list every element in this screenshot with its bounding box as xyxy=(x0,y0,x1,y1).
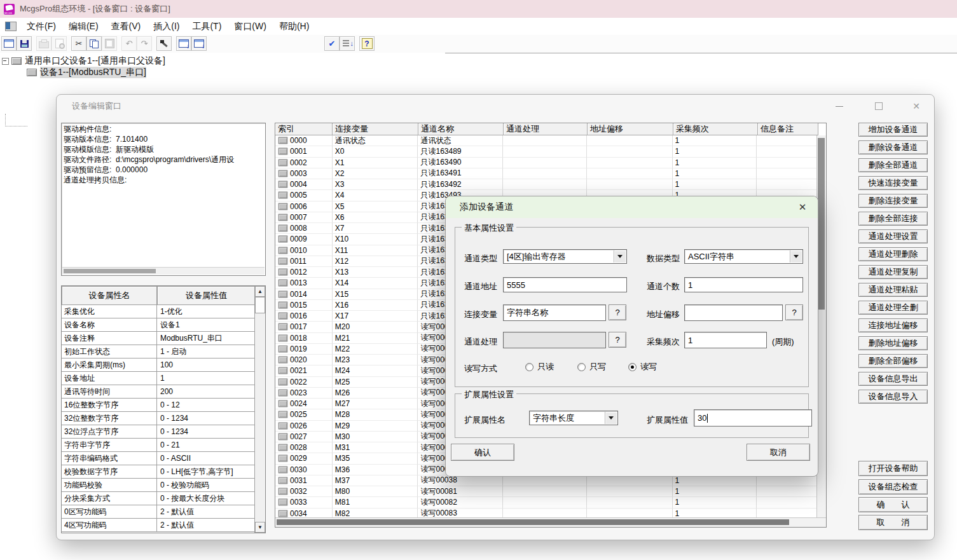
side-button-8[interactable]: 通道处理复制 xyxy=(858,265,928,279)
dialog-cancel-button[interactable]: 取消 xyxy=(747,444,810,461)
scrollbar-thumb[interactable] xyxy=(255,297,265,313)
property-row[interactable]: 0区写功能码2 - 默认值 xyxy=(62,505,256,519)
property-row[interactable]: 设备注释ModbusRTU_串口 xyxy=(62,332,256,345)
side-button-1[interactable]: 删除设备通道 xyxy=(858,140,928,154)
property-value[interactable]: 0 - 1234 xyxy=(157,414,256,423)
channel-column-header[interactable]: 连接变量 xyxy=(333,123,418,135)
radio-selected-icon[interactable] xyxy=(628,363,637,371)
side-button-3[interactable]: 快速连接变量 xyxy=(858,176,928,190)
dialog-ok-button[interactable]: 确认 xyxy=(451,444,514,461)
channel-address-input[interactable]: 5555 xyxy=(503,277,627,292)
property-value[interactable]: 设备1 xyxy=(157,320,256,331)
tree-item-parent-device[interactable]: 通用串口父设备1--[通用串口父设备] xyxy=(2,55,165,67)
side-button-4[interactable]: 删除连接变量 xyxy=(858,194,928,208)
link-variable-input[interactable]: 字符串名称 xyxy=(503,304,606,321)
tree-item-label[interactable]: 设备1--[ModbusRTU_串口] xyxy=(40,67,146,78)
tools-icon[interactable] xyxy=(156,36,172,51)
menu-item-4[interactable]: 工具(T) xyxy=(186,19,228,34)
dialog-close-icon[interactable]: ✕ xyxy=(796,201,809,214)
property-row[interactable]: 采集优化1-优化 xyxy=(62,305,256,318)
side-button-5[interactable]: 删除全部连接 xyxy=(858,212,928,226)
property-row[interactable]: 初始工作状态1 - 启动 xyxy=(62,345,256,359)
property-row[interactable]: 通讯等待时间200 xyxy=(62,385,256,399)
channel-row[interactable]: 0004X3只读1634921 xyxy=(275,179,817,190)
property-value[interactable]: 100 xyxy=(157,360,256,369)
side-button-0[interactable]: 增加设备通道 xyxy=(858,123,928,137)
property-value[interactable]: 0 - 12 xyxy=(157,400,256,409)
menu-item-0[interactable]: 文件(F) xyxy=(20,19,62,34)
data-type-select[interactable]: ASCII字符串 xyxy=(684,249,803,264)
channel-column-header[interactable]: 采集频次 xyxy=(673,123,758,135)
ext-attr-name-select[interactable]: 字符串长度 xyxy=(529,411,618,425)
channel-column-header[interactable]: 通道名称 xyxy=(418,123,504,135)
new-window-icon[interactable] xyxy=(1,36,17,51)
radio-write-only[interactable]: 只写 xyxy=(577,361,606,372)
property-row[interactable]: 功能码校验0 - 校验功能码 xyxy=(62,479,256,492)
channel-row[interactable]: 0032M80读写000811 xyxy=(275,486,817,497)
property-value[interactable]: 2 - 默认值 xyxy=(157,520,256,531)
property-value[interactable]: 0 - 21 xyxy=(157,440,256,449)
ext-attr-value-input[interactable]: 30 xyxy=(694,409,812,427)
child-window-icon[interactable] xyxy=(5,22,17,31)
channel-process-help-button[interactable]: ? xyxy=(609,332,626,348)
link-variable-help-button[interactable]: ? xyxy=(609,304,626,320)
confirm-button[interactable]: 确 认 xyxy=(858,497,928,512)
chevron-down-icon[interactable] xyxy=(614,250,626,263)
channel-row[interactable]: 0033M81读写000821 xyxy=(275,497,817,508)
driver-info-hscrollbar[interactable] xyxy=(62,267,265,275)
property-row[interactable]: 字符串字节序0 - 21 xyxy=(62,439,256,452)
address-offset-input[interactable] xyxy=(684,304,783,321)
scrollbar-thumb[interactable] xyxy=(64,269,156,273)
channel-type-select[interactable]: [4区]输出寄存器 xyxy=(503,249,627,264)
property-row[interactable]: 设备名称设备1 xyxy=(62,318,256,332)
property-row[interactable]: 最小采集周期(ms)100 xyxy=(62,359,256,372)
chevron-down-icon[interactable] xyxy=(790,250,802,263)
property-row[interactable]: 16位整数字节序0 - 12 xyxy=(62,399,256,412)
property-value[interactable]: 0 - 按最大长度分块 xyxy=(157,493,256,504)
property-row[interactable]: 校验数据字节序0 - LH[低字节,高字节] xyxy=(62,465,256,479)
menu-item-1[interactable]: 编辑(E) xyxy=(62,19,105,34)
property-value[interactable]: 200 xyxy=(157,387,256,396)
property-value[interactable]: 2 - 默认值 xyxy=(157,507,256,517)
property-value[interactable]: 0 - 校验功能码 xyxy=(157,480,256,491)
cut-icon[interactable]: ✂ xyxy=(71,36,86,51)
property-value[interactable]: 0 - 1234 xyxy=(157,427,256,436)
property-row[interactable]: 分块采集方式0 - 按最大长度分块 xyxy=(62,492,256,505)
tree-item-device1[interactable]: 设备1--[ModbusRTU_串口] xyxy=(27,67,146,78)
side-button-15[interactable]: 设备信息导入 xyxy=(858,390,928,404)
side-button-6[interactable]: 通道处理设置 xyxy=(858,229,928,243)
sort-list-icon[interactable] xyxy=(340,36,355,51)
property-value[interactable]: 1 - 启动 xyxy=(157,346,256,357)
copy-icon[interactable] xyxy=(86,36,102,51)
radio-icon[interactable] xyxy=(577,363,586,371)
channel-row[interactable]: 0003X2只读1634911 xyxy=(275,168,817,179)
channel-column-header[interactable]: 信息备注 xyxy=(758,123,818,135)
open-device-help-button[interactable]: 打开设备帮助 xyxy=(858,461,928,476)
tree-item-label[interactable]: 通用串口父设备1--[通用串口父设备] xyxy=(25,55,165,67)
side-button-2[interactable]: 删除全部通道 xyxy=(858,158,928,172)
channel-row[interactable]: 0031M37读写000381 xyxy=(275,475,817,486)
side-button-13[interactable]: 删除全部偏移 xyxy=(858,354,928,368)
minimize-button[interactable] xyxy=(830,99,849,114)
side-button-12[interactable]: 删除地址偏移 xyxy=(858,336,928,350)
channel-hscrollbar[interactable] xyxy=(275,517,826,527)
channel-count-input[interactable]: 1 xyxy=(684,277,803,292)
window-import-icon[interactable] xyxy=(176,36,191,51)
scrollbar-thumb[interactable] xyxy=(818,138,825,310)
side-button-7[interactable]: 通道处理删除 xyxy=(858,247,928,261)
scroll-up-button[interactable]: ▲ xyxy=(255,286,265,297)
scrollbar-thumb[interactable] xyxy=(277,519,789,525)
channel-column-header[interactable]: 地址偏移 xyxy=(588,123,673,135)
property-value[interactable]: 1-优化 xyxy=(157,306,256,317)
channel-column-header[interactable]: 通道处理 xyxy=(504,123,588,135)
scroll-down-button[interactable]: ▼ xyxy=(255,522,265,533)
cancel-button[interactable]: 取 消 xyxy=(858,515,928,530)
address-offset-help-button[interactable]: ? xyxy=(785,304,803,320)
property-value[interactable]: ModbusRTU_串口 xyxy=(157,333,256,344)
syntax-check-icon[interactable]: ✔ xyxy=(324,36,340,51)
menu-item-3[interactable]: 插入(I) xyxy=(147,19,186,34)
radio-read-write[interactable]: 读写 xyxy=(628,361,657,372)
maximize-button[interactable] xyxy=(869,99,888,114)
property-value[interactable]: 1 xyxy=(157,374,256,383)
channel-column-header[interactable]: 索引 xyxy=(275,123,333,135)
